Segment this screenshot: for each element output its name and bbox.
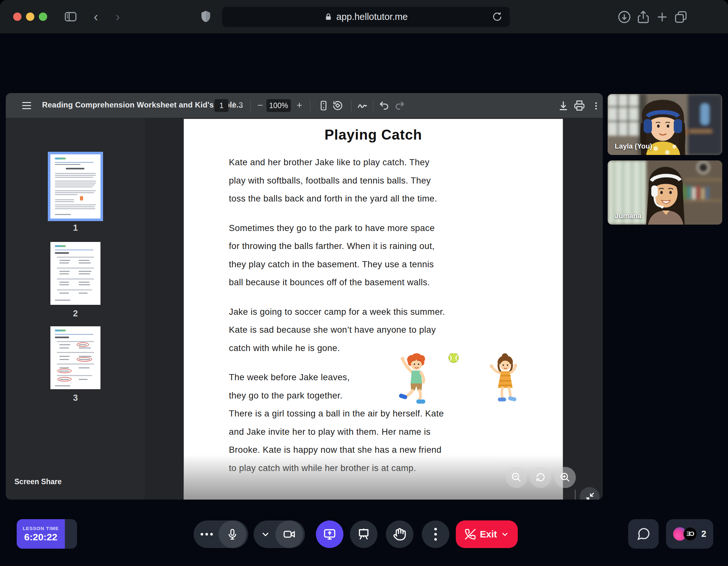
collapse-share-button[interactable] (580, 487, 600, 500)
menu-icon[interactable] (21, 101, 32, 110)
lock-icon (324, 12, 333, 22)
camera-options-chevron-icon[interactable] (261, 529, 270, 539)
exit-options-chevron-icon (501, 530, 509, 538)
reload-icon[interactable] (492, 11, 503, 22)
raise-hand-button[interactable] (386, 520, 413, 548)
audio-settings-pill (194, 520, 248, 548)
zoom-in-button[interactable]: + (297, 100, 302, 111)
pdf-document-title: Reading Comprehension Worksheet and Kid'… (42, 100, 243, 109)
thumbnail-3-label: 3 (50, 393, 100, 403)
chat-bubble-icon (637, 527, 651, 541)
more-vertical-icon (434, 528, 437, 541)
page-thumbnail-2[interactable] (50, 242, 100, 305)
minimize-window-button[interactable] (26, 13, 34, 21)
worksheet-text: Kate and her brother Jake like to play c… (229, 153, 518, 488)
close-window-button[interactable] (13, 13, 22, 21)
url-text: app.hellotutor.me (336, 12, 408, 22)
audio-options-icon[interactable] (201, 533, 213, 536)
overlay-divider (575, 490, 576, 500)
paragraph-2: Sometimes they go to the park to have mo… (229, 219, 518, 292)
thumbnail-1-label: 1 (50, 223, 100, 233)
lesson-time-value: 6:20:22 (24, 532, 57, 543)
page-separator: / (232, 101, 234, 110)
download-icon[interactable] (557, 100, 569, 112)
participants-button[interactable]: ƎƆ 2 (666, 519, 713, 549)
tab-overview-icon[interactable] (673, 10, 688, 24)
print-icon[interactable] (573, 100, 585, 112)
annotate-pen-icon[interactable] (356, 100, 369, 112)
boy-figure (398, 353, 425, 404)
video-settings-pill (254, 520, 305, 548)
video-tile-self[interactable]: Layla (You) (608, 94, 722, 155)
page-thumbnail-1[interactable] (50, 154, 100, 219)
browser-chrome: ‹ › app.hellotutor.me (0, 0, 728, 34)
paragraph-3: Jake is going to soccer camp for a week … (229, 303, 518, 357)
participants-count: 2 (701, 529, 706, 539)
screen-share-button[interactable] (316, 520, 343, 548)
sidebar-toggle-icon[interactable] (64, 10, 78, 24)
pdf-toolbar: Reading Comprehension Worksheet and Kid'… (6, 93, 603, 118)
address-bar[interactable]: app.hellotutor.me (222, 7, 510, 27)
new-tab-icon[interactable] (655, 10, 670, 24)
current-page-input[interactable]: 1 (214, 99, 229, 112)
zoom-in-page-button[interactable] (555, 467, 576, 488)
chat-button[interactable] (628, 519, 659, 549)
page-thumbnail-3[interactable] (50, 326, 100, 389)
undo-icon[interactable] (378, 100, 390, 112)
browser-window: ‹ › app.hellotutor.me (0, 0, 728, 566)
paragraph-1: Kate and her brother Jake like to play c… (229, 153, 518, 208)
zoom-level-box[interactable]: 100% (266, 99, 291, 112)
phone-off-icon (464, 528, 476, 540)
more-options-icon[interactable] (591, 101, 601, 111)
thumbnail-2-label: 2 (50, 309, 100, 318)
screen-share-panel: Reading Comprehension Worksheet and Kid'… (6, 93, 603, 500)
microphone-button[interactable] (219, 520, 246, 548)
exit-button[interactable]: Exit (456, 520, 518, 548)
rotate-page-icon[interactable] (332, 100, 343, 112)
back-button[interactable]: ‹ (94, 8, 98, 25)
worksheet-title: Playing Catch (184, 127, 563, 143)
shield-icon[interactable] (198, 9, 213, 25)
reset-zoom-button[interactable] (530, 467, 551, 488)
redo-icon[interactable] (394, 100, 406, 112)
document-area: Playing Catch Kate and her brother Jake … (146, 118, 603, 500)
more-controls-button[interactable] (422, 520, 449, 548)
screen-share-label: Screen Share (14, 477, 62, 486)
whiteboard-button[interactable] (350, 520, 377, 548)
worksheet-page: Playing Catch Kate and her brother Jake … (184, 119, 563, 500)
kids-playing-illustration (398, 353, 533, 411)
lesson-time-label: LESSON TIME (23, 526, 59, 531)
girl-figure (490, 353, 517, 402)
zoom-window-button[interactable] (39, 13, 47, 21)
page-bottom-fade (184, 455, 563, 500)
lesson-time-badge: LESSON TIME 6:20:22 (17, 519, 77, 549)
thumbnail-rail: 1 2 (6, 118, 145, 500)
total-pages: 3 (239, 101, 243, 110)
zoom-out-page-button[interactable] (506, 467, 527, 488)
fit-page-icon[interactable] (318, 100, 329, 112)
downloads-icon[interactable] (617, 10, 632, 24)
share-icon[interactable] (636, 10, 651, 24)
participant-avatar-logo: ƎƆ (683, 527, 697, 541)
video-tile-tutor[interactable]: Jumana (608, 161, 722, 225)
exit-label: Exit (480, 529, 497, 540)
participant-name-self: Layla (You) (615, 142, 652, 151)
forward-button[interactable]: › (116, 8, 120, 25)
zoom-out-button[interactable]: − (257, 100, 263, 111)
camera-button[interactable] (275, 520, 303, 548)
participant-name-tutor: Jumana (615, 212, 641, 220)
